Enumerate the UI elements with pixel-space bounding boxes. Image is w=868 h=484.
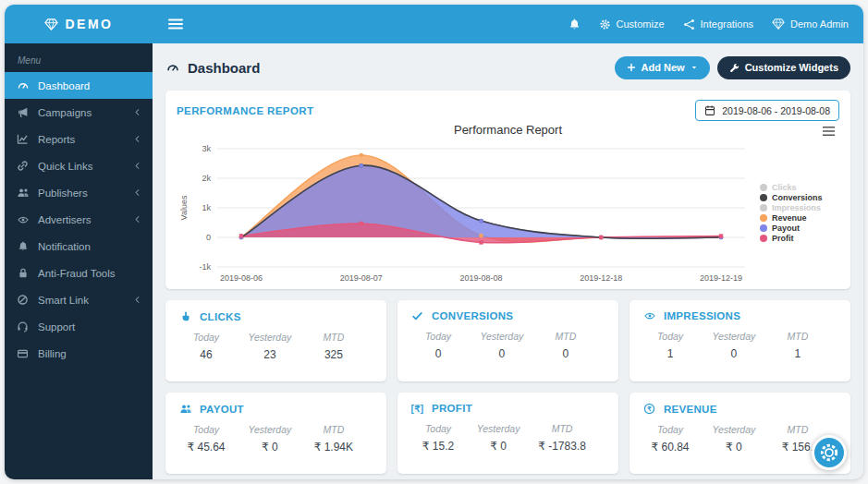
stat-label: Today	[418, 423, 458, 434]
sidebar-toggle-button[interactable]	[167, 17, 184, 31]
stat-label: MTD	[313, 332, 354, 343]
sidebar-item-reports[interactable]: Reports	[5, 126, 153, 152]
customize-widgets-label: Customize Widgets	[745, 62, 838, 73]
main-content: Dashboard Add New Customize Widgets	[153, 43, 863, 479]
sidebar-item-publishers[interactable]: Publishers	[5, 179, 153, 206]
sidebar-item-label: Campaigns	[38, 107, 92, 118]
chevron-left-icon	[133, 162, 141, 170]
performance-chart[interactable]: -1k01k2k3k2019-08-062019-08-072019-08-08…	[177, 139, 758, 285]
sidebar-item-label: Billing	[38, 348, 67, 359]
sidebar-item-notification[interactable]: Notification	[5, 233, 153, 260]
gear-icon	[599, 18, 611, 30]
chart-area: -1k01k2k3k2019-08-062019-08-072019-08-08…	[177, 139, 839, 285]
stat-title: REVENUE	[664, 404, 717, 415]
legend-label: Payout	[772, 224, 800, 233]
sidebar-item-support[interactable]: Support	[5, 313, 153, 340]
lock-icon	[16, 267, 30, 279]
legend-item-clicks[interactable]: Clicks	[760, 183, 839, 192]
chart-line-icon	[16, 133, 30, 145]
hand-tap-icon	[178, 310, 192, 322]
stat-card-payout: PAYOUT Today₹ 45.64 Yesterday₹ 0 MTD₹ 1.…	[165, 393, 386, 474]
integrations-menu[interactable]: Integrations	[683, 18, 753, 30]
stat-card-header: CLICKS	[178, 310, 373, 322]
sidebar-item-smart-link[interactable]: Smart Link	[5, 286, 153, 313]
stat-columns: Today0 Yesterday0 MTD0	[410, 331, 586, 360]
svg-text:0: 0	[206, 233, 211, 242]
chart-title: Performance Report	[177, 123, 839, 139]
check-icon	[410, 310, 424, 321]
sidebar-item-label: Smart Link	[38, 295, 89, 306]
stat-label: Yesterday	[481, 331, 524, 342]
stat-columns: Today46 Yesterday23 MTD325	[178, 332, 354, 361]
stat-value: ₹ 15.2	[418, 440, 458, 453]
sidebar-item-campaigns[interactable]: Campaigns	[5, 99, 153, 126]
sidebar-item-anti-fraud-tools[interactable]: Anti-Fraud Tools	[5, 260, 153, 286]
stat-value: 1	[777, 347, 818, 360]
stat-value: 1	[650, 347, 691, 360]
rupee-bracket-icon: [₹]	[410, 404, 424, 414]
svg-text:1k: 1k	[202, 203, 211, 212]
stat-value: 0	[545, 347, 586, 360]
chart-context-menu-button[interactable]	[820, 124, 837, 139]
legend-item-conversions[interactable]: Conversions	[760, 193, 839, 202]
customize-menu[interactable]: Customize	[599, 18, 665, 30]
sidebar-item-quick-links[interactable]: Quick Links	[5, 152, 153, 179]
stat-columns: Today1 Yesterday0 MTD1	[642, 331, 818, 360]
svg-text:2019-08-08: 2019-08-08	[459, 273, 502, 283]
svg-text:2019-08-07: 2019-08-07	[340, 273, 383, 283]
rupee-coin-icon: ₹	[642, 403, 656, 415]
stat-columns: Today₹ 15.2 Yesterday₹ 0 MTD₹ -1783.8	[410, 423, 586, 453]
stat-value: ₹ 60.84	[650, 441, 691, 454]
stat-value: ₹ 1.94K	[313, 441, 354, 454]
sidebar-item-label: Dashboard	[38, 80, 90, 91]
header-actions: Add New Customize Widgets	[615, 56, 850, 79]
stat-label: MTD	[538, 423, 586, 434]
legend-item-impressions[interactable]: Impressions	[760, 203, 839, 212]
caret-down-icon	[691, 64, 698, 71]
calendar-icon	[704, 104, 715, 116]
stats-row-1: CLICKS Today46 Yesterday23 MTD325 CONVER…	[165, 300, 850, 381]
notifications-button[interactable]	[568, 18, 581, 30]
svg-text:2019-12-19: 2019-12-19	[700, 273, 742, 283]
support-fab-button[interactable]	[812, 435, 847, 470]
date-range-picker[interactable]: 2019-08-06 - 2019-08-08	[695, 100, 839, 121]
brand-logo[interactable]: DEMO	[5, 17, 153, 31]
sidebar-item-billing[interactable]: Billing	[5, 340, 153, 367]
dashboard-icon	[165, 61, 180, 74]
stat-value: 0	[418, 347, 458, 360]
svg-text:2019-08-06: 2019-08-06	[220, 273, 263, 283]
add-new-button[interactable]: Add New	[615, 56, 710, 79]
stat-label: Today	[186, 332, 226, 343]
legend-dot	[760, 204, 767, 212]
credit-card-icon	[16, 348, 30, 359]
stat-label: Yesterday	[249, 332, 292, 343]
sidebar-item-label: Support	[38, 321, 75, 333]
legend-item-profit[interactable]: Profit	[760, 234, 839, 243]
legend-dot	[760, 214, 767, 222]
stat-title: PAYOUT	[200, 404, 244, 415]
stat-card-header: ₹ REVENUE	[642, 403, 837, 415]
sidebar: Menu Dashboard Campaigns Reports Quick L…	[5, 43, 153, 479]
legend-dot	[760, 194, 767, 201]
account-menu[interactable]: Demo Admin	[772, 18, 849, 30]
sidebar-item-label: Publishers	[38, 188, 88, 199]
legend-item-payout[interactable]: Payout	[760, 224, 839, 233]
stat-label: Today	[650, 331, 691, 342]
account-label: Demo Admin	[790, 18, 849, 30]
sidebar-item-label: Notification	[38, 241, 91, 252]
stat-title: CLICKS	[200, 311, 241, 322]
sidebar-item-dashboard[interactable]: Dashboard	[5, 72, 153, 99]
headset-icon	[16, 321, 30, 333]
svg-text:₹: ₹	[647, 405, 652, 412]
sidebar-item-advertisers[interactable]: Advertisers	[5, 206, 153, 233]
customize-widgets-button[interactable]: Customize Widgets	[717, 56, 850, 79]
legend-item-revenue[interactable]: Revenue	[760, 213, 839, 223]
eye-icon	[16, 214, 30, 225]
chart-legend: ClicksConversionsImpressionsRevenuePayou…	[758, 182, 839, 244]
svg-text:2019-12-18: 2019-12-18	[580, 273, 622, 283]
legend-label: Clicks	[772, 183, 797, 192]
sidebar-item-label: Anti-Fraud Tools	[38, 268, 116, 279]
stat-value: 23	[249, 348, 292, 361]
stat-value: ₹ -1783.8	[538, 440, 586, 453]
circle-slash-icon	[16, 294, 30, 306]
